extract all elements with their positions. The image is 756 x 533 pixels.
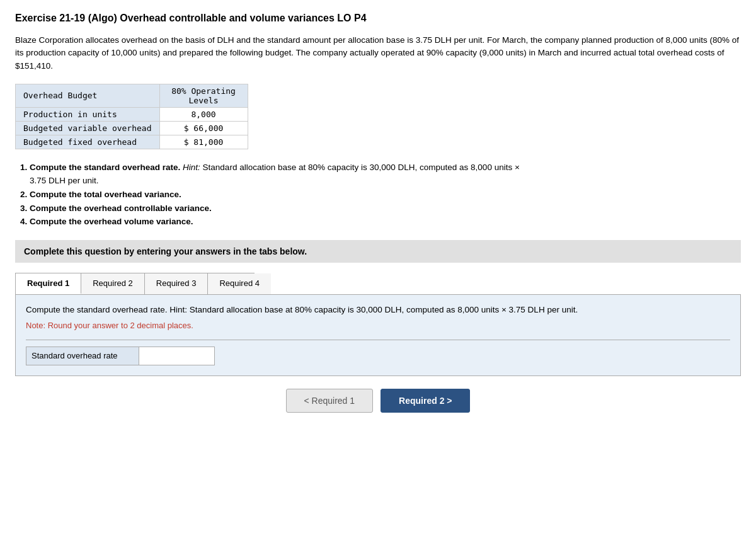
tab-instruction: Compute the standard overhead rate. Hint…: [26, 304, 730, 317]
budget-row-1-value: $ 66,000: [159, 121, 248, 135]
question-3: 3. Compute the overhead controllable var…: [20, 202, 741, 215]
tab-content-area: Compute the standard overhead rate. Hint…: [15, 294, 741, 376]
tab-required-2[interactable]: Required 2: [81, 273, 145, 294]
exercise-title: Exercise 21-19 (Algo) Overhead controlla…: [15, 13, 741, 24]
budget-row-0-label: Production in units: [16, 107, 160, 121]
next-button[interactable]: Required 2 >: [381, 389, 470, 413]
question-2: 2. Compute the total overhead variance.: [20, 188, 741, 202]
answer-label: Standard overhead rate: [26, 347, 139, 365]
standard-overhead-rate-input[interactable]: [139, 347, 215, 365]
hint-note: Note: Round your answer to 2 decimal pla…: [26, 319, 730, 332]
budget-row-1-label: Budgeted variable overhead: [16, 121, 160, 135]
budget-row-0-value: 8,000: [159, 107, 248, 121]
op-level-header: 80% Operating Levels: [159, 84, 248, 107]
intro-text: Blaze Corporation allocates overhead on …: [15, 34, 741, 72]
answer-row: Standard overhead rate: [26, 340, 730, 365]
budget-row-2-value: $ 81,000: [159, 135, 248, 149]
questions-list: 1. Compute the standard overhead rate. H…: [20, 161, 741, 229]
tabs-row: Required 1 Required 2 Required 3 Require…: [15, 273, 255, 294]
prev-button[interactable]: < Required 1: [286, 389, 374, 413]
nav-buttons: < Required 1 Required 2 >: [15, 389, 741, 413]
tab-required-3[interactable]: Required 3: [145, 273, 209, 294]
budget-row-2-label: Budgeted fixed overhead: [16, 135, 160, 149]
question-1: 1. Compute the standard overhead rate. H…: [20, 161, 741, 188]
tab-required-1[interactable]: Required 1: [16, 273, 81, 294]
tab-required-4[interactable]: Required 4: [208, 273, 271, 294]
complete-bar: Complete this question by entering your …: [15, 240, 741, 263]
budget-header-label: Overhead Budget: [16, 84, 160, 107]
budget-table: Overhead Budget 80% Operating Levels Pro…: [15, 84, 248, 149]
question-4: 4. Compute the overhead volume variance.: [20, 215, 741, 229]
